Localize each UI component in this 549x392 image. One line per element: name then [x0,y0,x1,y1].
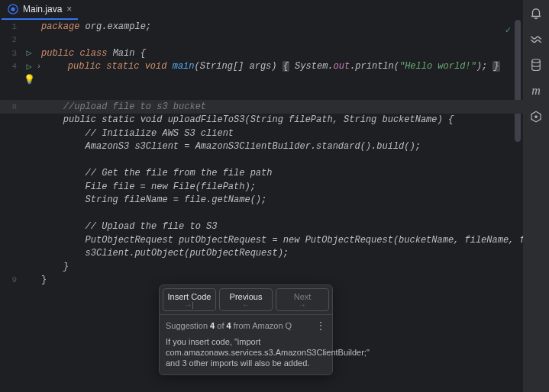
line-number: 2 [0,35,21,44]
suggestion-note: If you insert code, "import com.amazonaw… [160,336,332,374]
line-number: 4 [0,62,21,71]
line-number: 1 [0,22,21,31]
svg-point-2 [532,59,541,63]
bell-icon[interactable] [529,6,543,20]
run-gutter-icon[interactable]: ▷ [26,47,31,59]
wave-icon[interactable] [529,32,543,46]
close-tab-icon[interactable]: × [66,4,72,14]
previous-suggestion-button[interactable]: Previous← [219,288,273,311]
intention-bulb-icon[interactable]: 💡 [24,74,35,85]
popup-more-icon[interactable]: ⋮ [315,320,326,332]
insert-code-button[interactable]: Insert Code→| [163,288,216,311]
tab-filename: Main.java [23,4,62,14]
svg-point-1 [11,7,15,11]
hex-icon[interactable] [529,110,543,124]
java-file-icon [8,4,18,14]
database-icon[interactable] [529,58,543,72]
line-number: 9 [0,275,21,284]
file-tab-main-java[interactable]: Main.java × [2,0,78,20]
line-number: 8 [0,102,21,111]
line-number: 3 [0,49,21,58]
editor-tab-bar: Main.java × [2,0,78,20]
suggestion-counter: Suggestion 4 of 4 from Amazon Q [166,321,292,330]
svg-point-3 [534,115,538,118]
run-gutter-icon[interactable]: ▷ [26,61,31,72]
code-suggestion-popup: Insert Code→| Previous← Next→ Suggestion… [159,284,333,375]
right-tool-window-bar: m [523,0,549,392]
m-icon[interactable]: m [529,84,543,98]
next-suggestion-button[interactable]: Next→ [276,288,329,311]
